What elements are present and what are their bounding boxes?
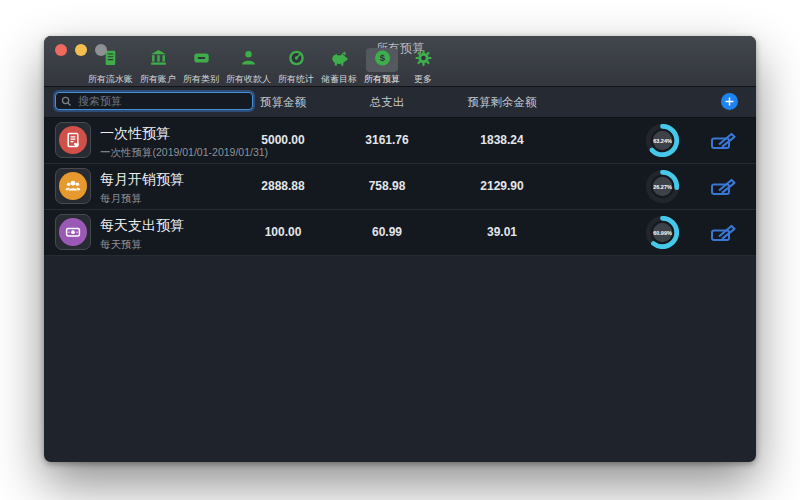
- budget-remaining-value: 39.01: [457, 210, 547, 255]
- edit-pencil-icon: [710, 223, 738, 243]
- column-header-budget-remaining: 预算剩余金额: [447, 87, 557, 117]
- budget-progress-donut: 63.24%: [646, 124, 679, 157]
- toolbar-item-4[interactable]: 所有收款人: [226, 48, 271, 86]
- budget-subtitle: 每月预算: [100, 192, 142, 206]
- stats-gauge-icon: [287, 49, 306, 71]
- budget-row[interactable]: 每月开销预算 每月预算 2888.88 758.98 2129.90 26.27…: [44, 164, 756, 210]
- zoom-button[interactable]: [95, 44, 107, 56]
- budget-dollar-icon: $: [373, 49, 392, 71]
- budget-row[interactable]: 一次性预算 一次性预算(2019/01/01-2019/01/31) 5000.…: [44, 118, 756, 164]
- budget-remaining-value: 2129.90: [457, 164, 547, 209]
- budget-subtitle: 每天预算: [100, 238, 142, 252]
- toolbar: 所有流水账所有账户所有类别所有收款人所有统计储蓄目标$所有预算更多: [88, 48, 439, 86]
- budget-progress-donut: 26.27%: [646, 170, 679, 203]
- edit-pencil-icon: [710, 131, 738, 151]
- budget-list: 一次性预算 一次性预算(2019/01/01-2019/01/31) 5000.…: [44, 118, 756, 256]
- toolbar-item-label: 所有类别: [183, 73, 219, 86]
- toolbar-item-label: 所有账户: [140, 73, 176, 86]
- toolbar-item-3[interactable]: 所有类别: [183, 48, 219, 86]
- toolbar-item-label: 所有收款人: [226, 73, 271, 86]
- budget-amount-value: 5000.00: [238, 118, 328, 163]
- budget-name: 每天支出预算: [100, 217, 184, 235]
- toolbar-item-5[interactable]: 所有统计: [278, 48, 314, 86]
- bank-icon: [149, 49, 168, 71]
- toolbar-item-label: 所有预算: [364, 73, 400, 86]
- budget-icon-tile: [55, 168, 91, 204]
- toolbar-item-6[interactable]: 储蓄目标: [321, 48, 357, 86]
- banknote-icon: [59, 218, 87, 246]
- category-card-icon: [192, 49, 211, 71]
- budget-percent-label: 63.24%: [653, 138, 672, 144]
- toolbar-item-label: 所有统计: [278, 73, 314, 86]
- toolbar-item-8[interactable]: 更多: [407, 48, 439, 86]
- app-window: 所有预算 所有流水账所有账户所有类别所有收款人所有统计储蓄目标$所有预算更多 预…: [44, 36, 756, 462]
- column-header-budget-amount: 预算金额: [238, 87, 328, 117]
- column-header-total-spent: 总支出: [342, 87, 432, 117]
- minimize-button[interactable]: [75, 44, 87, 56]
- search-input[interactable]: [76, 94, 247, 108]
- budget-row[interactable]: 每天支出预算 每天预算 100.00 60.99 39.01 60.99%: [44, 210, 756, 256]
- toolbar-item-2[interactable]: 所有账户: [140, 48, 176, 86]
- list-header-row: 预算金额 总支出 预算剩余金额: [44, 87, 756, 118]
- total-spent-value: 3161.76: [342, 118, 432, 163]
- people-group-icon: [59, 172, 87, 200]
- total-spent-value: 758.98: [342, 164, 432, 209]
- budget-amount-value: 100.00: [238, 210, 328, 255]
- add-budget-button[interactable]: [721, 93, 738, 110]
- budget-progress-donut: 60.99%: [646, 216, 679, 249]
- titlebar: 所有预算 所有流水账所有账户所有类别所有收款人所有统计储蓄目标$所有预算更多: [44, 36, 756, 87]
- budget-amount-value: 2888.88: [238, 164, 328, 209]
- edit-budget-button[interactable]: [710, 223, 738, 243]
- payee-person-icon: [239, 49, 258, 71]
- toolbar-item-label: 储蓄目标: [321, 73, 357, 86]
- toolbar-item-label: 所有流水账: [88, 73, 133, 86]
- edit-pencil-icon: [710, 177, 738, 197]
- budget-name: 每月开销预算: [100, 171, 184, 189]
- gear-icon: [414, 49, 433, 71]
- search-icon: [61, 96, 72, 107]
- budget-name: 一次性预算: [100, 125, 170, 143]
- budget-icon-tile: [55, 214, 91, 250]
- svg-text:$: $: [379, 52, 385, 63]
- receipt-heart-icon: [59, 126, 87, 154]
- total-spent-value: 60.99: [342, 210, 432, 255]
- budget-remaining-value: 1838.24: [457, 118, 547, 163]
- toolbar-item-label: 更多: [414, 73, 432, 86]
- budget-icon-tile: [55, 122, 91, 158]
- piggy-bank-icon: [330, 49, 349, 71]
- close-button[interactable]: [55, 44, 67, 56]
- edit-budget-button[interactable]: [710, 177, 738, 197]
- toolbar-item-7[interactable]: $所有预算: [364, 48, 400, 86]
- edit-budget-button[interactable]: [710, 131, 738, 151]
- plus-icon: [725, 97, 734, 106]
- budget-percent-label: 26.27%: [653, 184, 672, 190]
- search-field[interactable]: [55, 92, 253, 110]
- budget-percent-label: 60.99%: [653, 230, 672, 236]
- traffic-lights: [55, 44, 107, 56]
